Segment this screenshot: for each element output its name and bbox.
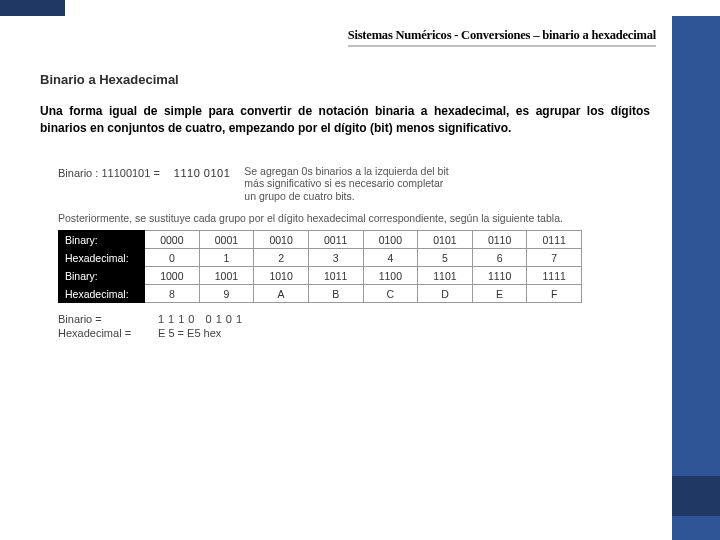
slide-title: Sistemas Numéricos - Conversiones – bina… xyxy=(348,28,656,47)
conversion-table: Binary: 0000 0001 0010 0011 0100 0101 01… xyxy=(58,230,582,303)
binary-label: Binario : 11100101 = xyxy=(58,165,160,179)
content-area: Binario a Hexadecimal Una forma igual de… xyxy=(40,72,650,351)
binary-grouped: 1110 0101 xyxy=(174,165,231,179)
row-label: Hexadecimal: xyxy=(59,285,145,303)
table-row: Binary: 0000 0001 0010 0011 0100 0101 01… xyxy=(59,231,582,249)
row-label: Hexadecimal: xyxy=(59,249,145,267)
table-row: Hexadecimal: 8 9 A B C D E F xyxy=(59,285,582,303)
result-hex-value: E 5 = E5 hex xyxy=(158,327,221,339)
grouping-note: Se agregan 0s binarios a la izquierda de… xyxy=(244,165,454,203)
section-paragraph: Una forma igual de simple para convertir… xyxy=(40,103,650,137)
section-heading: Binario a Hexadecimal xyxy=(40,72,650,87)
result-block: Binario = 1110 0101 Hexadecimal = E 5 = … xyxy=(58,313,582,339)
example-block: Binario : 11100101 = 1110 0101 Se agrega… xyxy=(50,161,590,352)
row-label: Binary: xyxy=(59,267,145,285)
substitute-text: Posteriormente, se sustituye cada grupo … xyxy=(58,212,582,224)
side-accent-bar xyxy=(672,16,720,540)
table-row: Hexadecimal: 0 1 2 3 4 5 6 7 xyxy=(59,249,582,267)
result-bin-label: Binario = xyxy=(58,313,148,325)
row-label: Binary: xyxy=(59,231,145,249)
top-accent-bar xyxy=(0,0,720,16)
result-hex-label: Hexadecimal = xyxy=(58,327,148,339)
result-bin-value: 1110 0101 xyxy=(158,313,246,325)
table-row: Binary: 1000 1001 1010 1011 1100 1101 11… xyxy=(59,267,582,285)
